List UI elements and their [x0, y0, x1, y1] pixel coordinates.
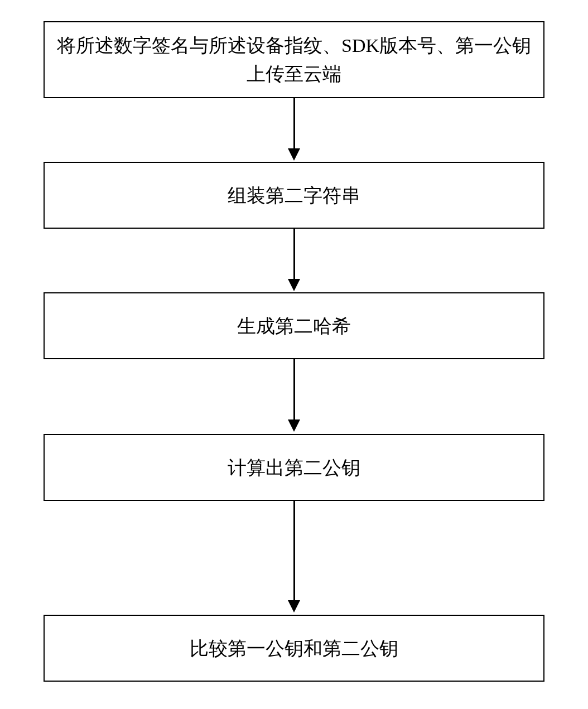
flow-step-1: 将所述数字签名与所述设备指纹、SDK版本号、第一公钥上传至云端: [44, 21, 544, 98]
flow-step-4-text: 计算出第二公钥: [228, 454, 360, 482]
flow-step-3-text: 生成第二哈希: [237, 312, 351, 340]
flow-step-5-text: 比较第一公钥和第二公钥: [190, 634, 398, 663]
flow-step-5: 比较第一公钥和第二公钥: [44, 615, 544, 682]
flow-step-4: 计算出第二公钥: [44, 434, 544, 501]
flow-step-1-text: 将所述数字签名与所述设备指纹、SDK版本号、第一公钥上传至云端: [54, 31, 534, 88]
flowchart: 将所述数字签名与所述设备指纹、SDK版本号、第一公钥上传至云端 组装第二字符串 …: [0, 0, 588, 709]
flow-step-3: 生成第二哈希: [44, 292, 544, 359]
flow-step-2: 组装第二字符串: [44, 162, 544, 229]
flow-step-2-text: 组装第二字符串: [228, 181, 360, 210]
